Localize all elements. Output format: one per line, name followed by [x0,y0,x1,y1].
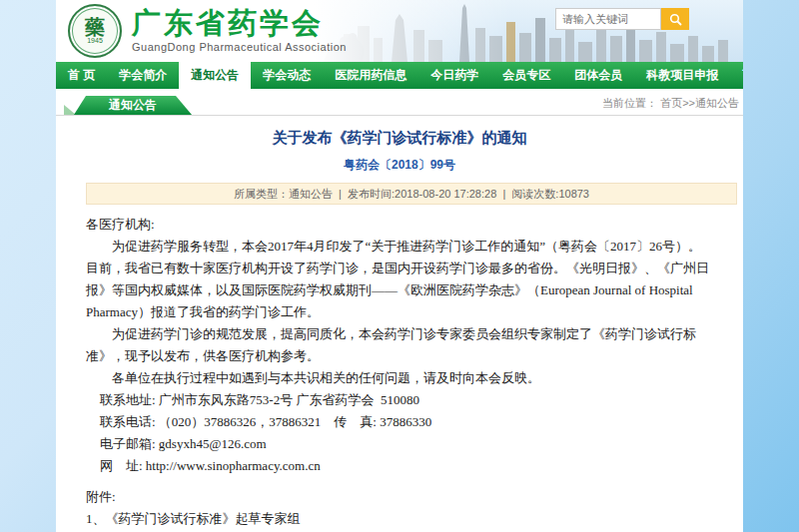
nav-item-home[interactable]: 首 页 [56,62,107,89]
article-title: 关于发布《药学门诊试行标准》的通知 [86,129,713,147]
breadcrumb: 当前位置： 首页>>通知公告 [602,96,739,111]
nav-item-project-application[interactable]: 科教项目申报 [634,62,730,89]
section-header-bar: 通知公告 当前位置： 首页>>通知公告 [56,95,743,116]
document-number: 粤药会〔2018〕99号 [86,157,713,174]
search-icon [669,13,682,26]
article-body: 各医疗机构: 为促进药学服务转型，本会2017年4月印发了“关于推进药学门诊工作… [86,214,713,532]
association-logo[interactable]: 藥 1945 [68,4,122,58]
logo-year: 1945 [87,37,103,45]
nav-item-member-zone[interactable]: 会员专区 [490,62,562,89]
search-bar [555,8,689,30]
nav-item-pharmacy-today[interactable]: 今日药学 [418,62,490,89]
breadcrumb-separator: >> [682,97,695,109]
breadcrumb-current-link[interactable]: 通知公告 [695,97,739,109]
contact-website-line: 网 址: http://www.sinopharmacy.com.cn [86,455,713,477]
search-button[interactable] [661,8,689,30]
contact-email-line: 电子邮箱: gdsyxh45@126.com [86,433,713,455]
nav-item-group-members[interactable]: 团体会员 [562,62,634,89]
breadcrumb-home-link[interactable]: 首页 [660,97,682,109]
nav-item-downloads[interactable]: 下载专区 [730,62,743,89]
section-tab-notices: 通知公告 [74,96,192,115]
ribbon-fold-decoration [64,105,76,115]
attachments-label: 附件: [86,486,713,508]
breadcrumb-label: 当前位置： [602,97,657,109]
body-paragraph: 为促进药学服务转型，本会2017年4月印发了“关于推进药学门诊工作的通知”（粤药… [86,236,713,323]
nav-item-about[interactable]: 学会简介 [107,62,179,89]
main-navigation: 首 页 学会简介 通知公告 学会动态 医院用药信息 今日药学 会员专区 团体会员… [56,62,743,89]
body-paragraph: 各单位在执行过程中如遇到与本共识相关的任何问题，请及时向本会反映。 [86,367,713,389]
contact-address-line: 联系地址: 广州市东风东路753-2号 广东省药学会 510080 [86,389,713,411]
article: 关于发布《药学门诊试行标准》的通知 粤药会〔2018〕99号 所属类型：通知公告… [56,116,743,532]
logo-seal-character: 藥 [85,17,105,37]
org-title-block: 广东省药学会 GuangDong Pharmaceutical Associat… [132,7,347,53]
org-name-chinese: 广东省药学会 [132,7,347,39]
nav-item-news[interactable]: 学会动态 [251,62,323,89]
body-paragraph: 为促进药学门诊的规范发展，提高同质化，本会药学门诊专家委员会组织专家制定了《药学… [86,323,713,367]
nav-item-hospital-medication-info[interactable]: 医院用药信息 [323,62,418,89]
article-meta-bar: 所属类型：通知公告 | 发布时间:2018-08-20 17:28:28 | 阅… [86,183,737,205]
site-header: 藥 1945 广东省药学会 GuangDong Pharmaceutical A… [56,0,743,62]
contact-phone-fax-line: 联系电话: （020）37886326，37886321 传 真: 378863… [86,411,713,433]
org-name-english: GuangDong Pharmaceutical Association [132,41,347,53]
search-input[interactable] [555,8,661,30]
salutation-line: 各医疗机构: [86,214,713,236]
nav-item-notices[interactable]: 通知公告 [179,62,251,89]
page-container: 藥 1945 广东省药学会 GuangDong Pharmaceutical A… [56,0,743,532]
attachment-item-1: 1、《药学门诊试行标准》起草专家组 [86,508,713,530]
